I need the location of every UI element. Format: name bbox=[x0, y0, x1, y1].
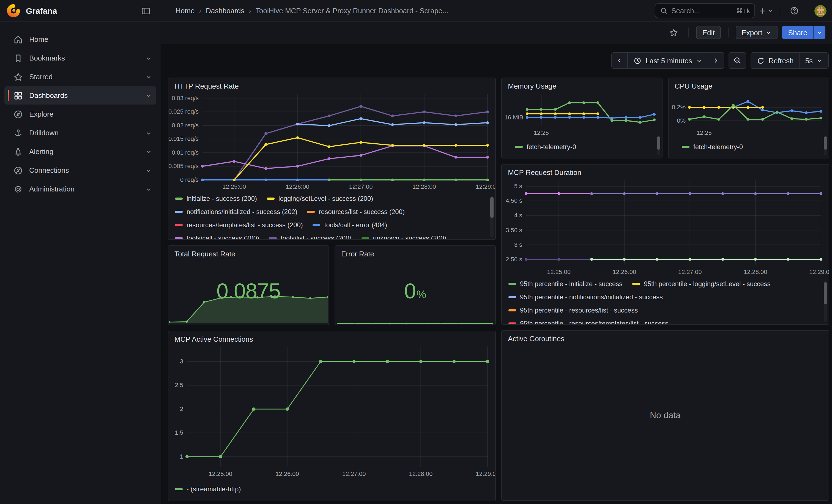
help-button[interactable] bbox=[786, 3, 802, 19]
legend-label: resources/templates/list - success (200) bbox=[186, 221, 303, 229]
legend-swatch bbox=[509, 309, 516, 312]
legend-item[interactable]: initialize - success (200) bbox=[175, 195, 257, 203]
legend-scrollbar[interactable] bbox=[657, 136, 660, 150]
legend-item[interactable]: fetch-telemetry-0 bbox=[515, 143, 576, 151]
svg-text:4 s: 4 s bbox=[514, 212, 522, 219]
panel-title[interactable]: MCP Request Duration bbox=[502, 164, 829, 177]
legend-item[interactable]: 95th percentile - resources/list - succe… bbox=[509, 307, 638, 314]
svg-text:0.025 req/s: 0.025 req/s bbox=[168, 108, 199, 115]
zoom-out-button[interactable] bbox=[728, 52, 746, 69]
legend-label: 95th percentile - resources/templates/li… bbox=[520, 320, 668, 325]
legend-item[interactable]: fetch-telemetry-0 bbox=[682, 143, 743, 151]
legend-item[interactable]: 95th percentile - initialize - success bbox=[509, 280, 622, 288]
chevron-down-icon[interactable] bbox=[145, 130, 152, 136]
sidebar-item-administration[interactable]: Administration bbox=[4, 180, 156, 198]
legend-item[interactable]: tools/call - success (200) bbox=[175, 234, 259, 240]
legend-scrollbar[interactable] bbox=[824, 282, 827, 304]
chevron-down-icon[interactable] bbox=[145, 148, 152, 155]
cpu-usage-chart[interactable]: 0.2%0%12:25 bbox=[669, 91, 829, 138]
legend-row: fetch-telemetry-0 bbox=[682, 140, 743, 154]
sidebar-item-starred[interactable]: Starred bbox=[4, 68, 156, 86]
panel-grid: HTTP Request Rate 0 req/s0.005 req/s0.01… bbox=[161, 69, 832, 501]
sidebar-item-connections[interactable]: Connections bbox=[4, 161, 156, 179]
dashboard-toolbar: Edit Export Share bbox=[161, 22, 832, 44]
edit-button[interactable]: Edit bbox=[696, 26, 721, 39]
legend-item[interactable]: logging/setLevel - success (200) bbox=[267, 195, 373, 203]
export-button[interactable]: Export bbox=[735, 26, 778, 39]
sidebar-toggle-button[interactable] bbox=[138, 3, 154, 19]
mcp-active-connections-chart[interactable]: 11.522.5312:25:0012:26:0012:27:0012:28:0… bbox=[168, 344, 495, 479]
search-icon bbox=[660, 7, 668, 15]
breadcrumb-item[interactable]: Home bbox=[176, 7, 194, 15]
time-range-label: Last 5 minutes bbox=[646, 56, 692, 65]
legend-item[interactable]: notifications/initialized - success (202… bbox=[175, 208, 297, 216]
legend-label: 95th percentile - resources/list - succe… bbox=[520, 307, 638, 314]
panel-title[interactable]: Error Rate bbox=[335, 246, 495, 259]
question-circle-icon bbox=[789, 6, 799, 16]
sidebar-item-dashboards[interactable]: Dashboards bbox=[4, 86, 156, 105]
legend-item[interactable]: resources/templates/list - success (200) bbox=[175, 221, 303, 229]
svg-text:12:25:00: 12:25:00 bbox=[222, 183, 246, 190]
panel-title[interactable]: Total Request Rate bbox=[168, 246, 329, 259]
total-request-rate-value: 0.0875 bbox=[216, 279, 281, 302]
chevron-down-icon[interactable] bbox=[145, 55, 152, 61]
legend-item[interactable]: unknown - success (200) bbox=[362, 234, 446, 240]
refresh-interval-picker[interactable]: 5s bbox=[799, 53, 828, 68]
chevron-down-icon[interactable] bbox=[145, 167, 152, 174]
search-input[interactable]: Search... ⌘+k bbox=[655, 3, 755, 18]
panel-title[interactable]: CPU Usage bbox=[669, 78, 829, 91]
legend-item[interactable]: - (streamable-http) bbox=[175, 485, 241, 493]
legend-item[interactable]: 95th percentile - notifications/initiali… bbox=[509, 293, 663, 301]
panel-title[interactable]: MCP Active Connections bbox=[168, 331, 495, 344]
grafana-logo[interactable] bbox=[7, 4, 20, 18]
panel-error-rate: Error Rate 0% bbox=[335, 245, 496, 325]
refresh-button[interactable]: Refresh bbox=[751, 53, 799, 68]
legend-scrollbar[interactable] bbox=[824, 136, 827, 150]
legend-item[interactable]: 95th percentile - resources/templates/li… bbox=[509, 320, 668, 325]
chevron-down-icon[interactable] bbox=[145, 186, 152, 192]
chevron-down-icon[interactable] bbox=[145, 74, 152, 80]
bell-icon bbox=[13, 147, 23, 157]
grafana-app: Grafana Home›Dashboards›ToolHive MCP Ser… bbox=[0, 0, 832, 504]
error-rate-value: 0 bbox=[404, 279, 416, 302]
time-shift-forward-button[interactable] bbox=[707, 53, 723, 68]
sidebar-item-alerting[interactable]: Alerting bbox=[4, 142, 156, 161]
add-button[interactable] bbox=[758, 3, 774, 19]
legend-scrollbar[interactable] bbox=[490, 197, 494, 218]
legend-swatch bbox=[313, 224, 320, 226]
breadcrumb-separator: › bbox=[199, 7, 201, 15]
sidebar-item-bookmarks[interactable]: Bookmarks bbox=[4, 49, 156, 67]
chevron-down-icon bbox=[766, 29, 772, 35]
user-avatar[interactable] bbox=[814, 5, 827, 17]
legend-item[interactable]: tools/call - error (404) bbox=[313, 221, 387, 229]
share-button[interactable]: Share bbox=[782, 26, 813, 39]
share-menu-button[interactable] bbox=[813, 26, 825, 39]
panel-title[interactable]: HTTP Request Rate bbox=[168, 78, 495, 91]
panel-mcp-active-connections: MCP Active Connections 11.522.5312:25:00… bbox=[168, 331, 496, 501]
legend-item[interactable]: resources/list - success (200) bbox=[307, 208, 405, 216]
time-range-picker[interactable]: Last 5 minutes bbox=[627, 53, 707, 68]
sidebar-item-explore[interactable]: Explore bbox=[4, 105, 156, 123]
panel-title[interactable]: Memory Usage bbox=[502, 78, 662, 91]
chevron-down-icon[interactable] bbox=[145, 92, 152, 99]
refresh-interval-label: 5s bbox=[805, 56, 813, 65]
sidebar-item-drilldown[interactable]: Drilldown bbox=[4, 124, 156, 142]
sidebar-item-home[interactable]: Home bbox=[4, 30, 156, 48]
legend-item[interactable]: 95th percentile - logging/setLevel - suc… bbox=[632, 280, 770, 288]
http-legend: initialize - success (200)logging/setLev… bbox=[168, 192, 495, 240]
memory-usage-chart[interactable]: 16 MiB12:25 bbox=[502, 91, 662, 138]
legend-item[interactable]: tools/list - success (200) bbox=[269, 234, 352, 240]
breadcrumb-item: ToolHive MCP Server & Proxy Runner Dashb… bbox=[256, 7, 448, 15]
legend-swatch bbox=[515, 146, 523, 148]
favorite-button[interactable] bbox=[666, 25, 681, 40]
legend-label: initialize - success (200) bbox=[186, 195, 257, 203]
error-rate-suffix: % bbox=[416, 288, 426, 300]
time-shift-back-button[interactable] bbox=[612, 53, 627, 68]
legend-swatch bbox=[269, 237, 277, 239]
svg-text:12:29:00: 12:29:00 bbox=[809, 268, 829, 275]
mcp-request-duration-chart[interactable]: 5 s4.50 s4 s3.50 s3 s2.50 s12:25:0012:26… bbox=[502, 177, 829, 277]
breadcrumb-item[interactable]: Dashboards bbox=[206, 7, 244, 15]
time-range-group: Last 5 minutes bbox=[612, 52, 724, 69]
http-request-rate-chart[interactable]: 0 req/s0.005 req/s0.01 req/s0.015 req/s0… bbox=[168, 91, 495, 192]
svg-text:0.015 req/s: 0.015 req/s bbox=[168, 135, 199, 142]
